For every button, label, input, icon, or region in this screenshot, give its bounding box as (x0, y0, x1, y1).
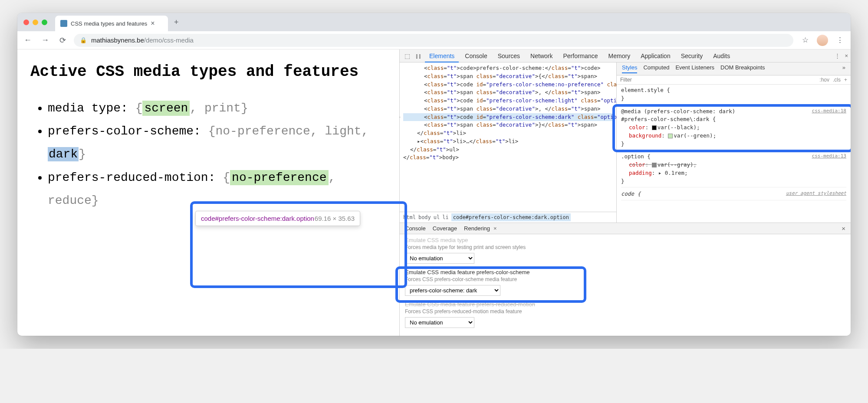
list-item: prefers-reduced-motion: {no-preference, … (48, 166, 386, 212)
selected-dark-value: dark (48, 147, 79, 161)
inspect-icon[interactable]: ⬚ (402, 52, 412, 59)
tab-network[interactable]: Network (526, 49, 557, 62)
list-item: prefers-color-scheme: {no-preference, li… (48, 120, 386, 166)
device-icon[interactable]: ⫿⫿ (414, 52, 423, 59)
devtools-panel: ⬚ ⫿⫿ Elements Console Sources Network Pe… (399, 49, 851, 336)
tab-elements[interactable]: Elements (425, 49, 459, 62)
rendered-page: Active CSS media types and features medi… (17, 49, 399, 336)
devtools-close-icon[interactable]: × (845, 52, 848, 59)
more-tabs-icon[interactable]: » (842, 64, 845, 73)
emulation-select[interactable]: No emulation (405, 253, 474, 264)
browser-tab[interactable]: CSS media types and features × (55, 16, 168, 31)
tab-sources[interactable]: Sources (493, 49, 524, 62)
breadcrumb-item-selected[interactable]: code#prefers-color-scheme:dark.option (451, 213, 571, 221)
page-heading: Active CSS media types and features (30, 60, 386, 84)
toolbar: ← → ⟳ 🔒 mathiasbynens.be/demo/css-media … (17, 31, 851, 49)
maximize-window-button[interactable] (42, 20, 47, 25)
breadcrumb-item[interactable]: body (418, 213, 431, 221)
profile-avatar[interactable] (817, 35, 828, 46)
drawer-tab-coverage[interactable]: Coverage (433, 225, 457, 232)
styles-panel: Styles Computed Event Listeners DOM Brea… (617, 62, 851, 223)
drawer-body: Emulate CSS media typeForces media type … (400, 234, 851, 336)
minimize-window-button[interactable] (33, 20, 38, 25)
close-window-button[interactable] (23, 20, 29, 25)
emulation-select[interactable]: No emulation (405, 317, 474, 328)
tab-application[interactable]: Application (636, 49, 675, 62)
drawer-tab-console[interactable]: Console (405, 225, 426, 232)
breadcrumb-item[interactable]: ul (434, 213, 440, 221)
cls-toggle[interactable]: .cls (833, 77, 841, 83)
tab-console[interactable]: Console (460, 49, 491, 62)
favicon (60, 20, 67, 27)
breadcrumb-item[interactable]: html (403, 213, 416, 221)
styles-tabs: Styles Computed Event Listeners DOM Brea… (617, 62, 851, 75)
devtools-menu-icon[interactable]: ⋮ (835, 52, 840, 59)
url-host: mathiasbynens.be (91, 36, 144, 44)
content-area: Active CSS media types and features medi… (17, 49, 851, 336)
new-rule-button[interactable]: + (844, 77, 847, 83)
title-bar: CSS media types and features × + (17, 13, 851, 31)
back-button[interactable]: ← (22, 36, 34, 45)
css-rules[interactable]: element.style {}css-media:18@media (pref… (617, 85, 851, 205)
traffic-lights (23, 20, 47, 25)
new-tab-button[interactable]: + (174, 18, 179, 27)
address-bar[interactable]: 🔒 mathiasbynens.be/demo/css-media (74, 34, 793, 47)
star-icon[interactable]: ☆ (799, 36, 812, 45)
hov-toggle[interactable]: :hov (819, 77, 829, 83)
emulation-select[interactable]: prefers-color-scheme: dark (405, 285, 500, 296)
drawer-close-icon[interactable]: × (842, 225, 845, 232)
tab-title: CSS media types and features (71, 20, 147, 27)
tab-memory[interactable]: Memory (604, 49, 635, 62)
drawer-tab-rendering[interactable]: Rendering (464, 225, 490, 232)
subtab-styles[interactable]: Styles (622, 64, 637, 73)
styles-filter-input[interactable] (620, 77, 816, 83)
list-item: media type: {screen, print} (48, 97, 386, 120)
browser-window: CSS media types and features × + ← → ⟳ 🔒… (17, 13, 851, 336)
subtab-computed[interactable]: Computed (643, 64, 669, 73)
tooltip-selector: code#prefers-color-scheme:dark.option (201, 215, 314, 222)
tab-audits[interactable]: Audits (709, 49, 734, 62)
drawer-tab-close-icon[interactable]: × (493, 225, 497, 232)
styles-filter-row: :hov .cls + (617, 75, 851, 85)
tooltip-dimensions: 69.16 × 35.63 (315, 215, 355, 222)
subtab-dom-breakpoints[interactable]: DOM Breakpoints (720, 64, 765, 73)
menu-icon[interactable]: ⋮ (833, 36, 846, 45)
feature-list: media type: {screen, print} prefers-colo… (30, 97, 386, 212)
tab-performance[interactable]: Performance (559, 49, 602, 62)
devtools-tabs: ⬚ ⫿⫿ Elements Console Sources Network Pe… (400, 49, 851, 62)
subtab-event-listeners[interactable]: Event Listeners (675, 64, 714, 73)
dom-tree[interactable]: <class="t">code>prefers-color-scheme:</c… (400, 62, 616, 212)
drawer-tabs: Console Coverage Rendering × × (400, 223, 851, 234)
element-tooltip: code#prefers-color-scheme:dark.option 69… (195, 211, 360, 226)
tab-security[interactable]: Security (677, 49, 707, 62)
lock-icon: 🔒 (80, 37, 87, 43)
reload-button[interactable]: ⟳ (56, 36, 69, 45)
tab-close-icon[interactable]: × (151, 20, 155, 27)
drawer: Console Coverage Rendering × × Emulate C… (400, 223, 851, 336)
forward-button[interactable]: → (39, 36, 51, 45)
url-path: /demo/css-media (144, 36, 194, 44)
dom-panel: <class="t">code>prefers-color-scheme:</c… (400, 62, 617, 223)
dom-breadcrumb: html body ul li code#prefers-color-schem… (400, 212, 616, 223)
breadcrumb-item[interactable]: li (442, 213, 448, 221)
